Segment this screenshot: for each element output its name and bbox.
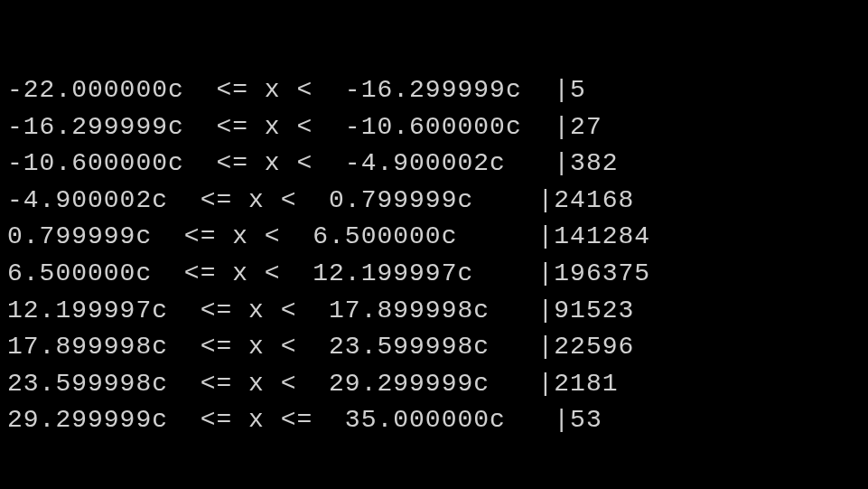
separator: |: [538, 293, 555, 330]
histogram-row: 17.899998c <= x < 23.599998c |22596: [7, 329, 861, 366]
separator: |: [538, 329, 555, 366]
count-value: 22596: [554, 329, 634, 366]
separator: |: [554, 402, 570, 439]
count-value: 141284: [554, 219, 650, 256]
range-text: 17.899998c <= x < 23.599998c: [7, 329, 538, 366]
range-text: 6.500000c <= x < 12.199997c: [7, 256, 538, 293]
separator: |: [538, 256, 555, 293]
count-value: 91523: [554, 293, 634, 330]
histogram-row: 23.599998c <= x < 29.299999c |2181: [7, 366, 861, 403]
range-text: 0.799999c <= x < 6.500000c: [7, 219, 538, 256]
histogram-row: -10.600000c <= x < -4.900002c |382: [7, 146, 861, 183]
histogram-row: 6.500000c <= x < 12.199997c |196375: [7, 256, 861, 293]
histogram-row: -16.299999c <= x < -10.600000c |27: [7, 109, 861, 146]
count-value: 382: [570, 146, 618, 183]
count-value: 27: [570, 109, 602, 146]
count-value: 5: [570, 72, 586, 109]
range-text: -22.000000c <= x < -16.299999c: [7, 72, 554, 109]
separator: |: [538, 183, 555, 220]
histogram-row: -22.000000c <= x < -16.299999c |5: [7, 72, 861, 109]
histogram-row: 29.299999c <= x <= 35.000000c |53: [7, 402, 861, 439]
separator: |: [554, 72, 570, 109]
range-text: 23.599998c <= x < 29.299999c: [7, 366, 538, 403]
histogram-row: -4.900002c <= x < 0.799999c |24168: [7, 183, 861, 220]
range-text: 12.199997c <= x < 17.899998c: [7, 293, 538, 330]
count-value: 2181: [554, 366, 618, 403]
range-text: -4.900002c <= x < 0.799999c: [7, 183, 538, 220]
histogram-row: 12.199997c <= x < 17.899998c |91523: [7, 293, 861, 330]
separator: |: [554, 146, 570, 183]
range-text: 29.299999c <= x <= 35.000000c: [7, 402, 554, 439]
count-value: 53: [570, 402, 602, 439]
range-text: -10.600000c <= x < -4.900002c: [7, 146, 554, 183]
terminal-output: -22.000000c <= x < -16.299999c |5-16.299…: [7, 72, 861, 439]
histogram-row: 0.799999c <= x < 6.500000c |141284: [7, 219, 861, 256]
separator: |: [554, 109, 570, 146]
separator: |: [538, 366, 555, 403]
count-value: 196375: [554, 256, 650, 293]
count-value: 24168: [554, 183, 634, 220]
separator: |: [538, 219, 555, 256]
range-text: -16.299999c <= x < -10.600000c: [7, 109, 554, 146]
